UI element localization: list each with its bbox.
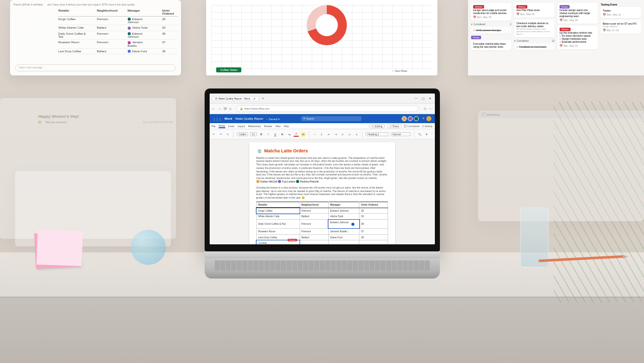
redo-icon[interactable]: ↷ — [218, 132, 223, 137]
autocomplete-flag[interactable]: Retailer — [288, 239, 298, 241]
font-name-select[interactable]: Calibri — [237, 132, 248, 136]
tab-file[interactable]: File — [212, 125, 216, 128]
strike-icon[interactable]: S — [280, 132, 285, 137]
align-center-icon[interactable]: ≡ — [347, 132, 352, 137]
outdent-icon[interactable]: ⇤ — [326, 132, 331, 137]
numbering-icon[interactable]: 1. — [319, 132, 324, 137]
paragraph-1: Matcha is made from shade-grown tea leav… — [256, 156, 388, 184]
floating-spreadsheet-panel: Coffee Sales ＋ New Sheet — [206, 0, 437, 75]
mic-icon[interactable]: 🎤 — [421, 117, 424, 121]
align-left-icon[interactable]: ≡ — [340, 132, 345, 137]
laptop: W Water Quality Report - Word… ✕ ＋ — ▢ ✕… — [205, 88, 440, 279]
nav-home-icon[interactable]: ⌂ — [229, 107, 232, 111]
close-tab-icon[interactable]: ✕ — [253, 97, 255, 100]
window-maximize-icon[interactable]: ▢ — [422, 97, 426, 101]
tab-references[interactable]: References — [248, 125, 261, 128]
editing-mode-button[interactable]: ✎ Editing — [369, 124, 385, 128]
activity-button[interactable]: ⏱ Activity — [422, 125, 433, 128]
table-row[interactable]: Kings CoffeeFremontEdward Johnson20 — [256, 208, 388, 214]
faded-teams-panel: 💬 Marketing — [478, 111, 644, 221]
presence-avatars[interactable] — [402, 116, 419, 121]
share-button[interactable]: ↗ Share — [387, 124, 402, 128]
tab-title: Water Quality Report - Word… — [218, 97, 252, 100]
word-title-bar: ⋮⋮⋮ Word Water Quality Report – Saved ▾ … — [210, 114, 435, 123]
table-row[interactable]: Roasters RoomFremontJamaris Botello57 — [256, 228, 388, 234]
subscript-icon[interactable]: x₂ — [287, 132, 292, 137]
paragraph-2: Grinding the leaves is a slow process, b… — [256, 186, 388, 200]
window-minimize-icon[interactable]: — — [415, 97, 419, 101]
favorites-icon[interactable]: ☆ — [423, 107, 427, 111]
title-emoji-icon: 🍵 — [256, 147, 262, 154]
undo-icon[interactable]: ↶ — [212, 132, 217, 137]
indent-icon[interactable]: ⇥ — [333, 132, 338, 137]
bold-icon[interactable]: B — [259, 132, 264, 137]
floating-planner-panel: WebsiteDesign about page and social medi… — [468, 0, 644, 75]
ribbon-toolbar: ↶ ↷ ✎ Calibri 11 B I U S x₂ A ab • 1. ⇤ … — [210, 129, 435, 139]
waffle-icon[interactable]: ⋮⋮⋮ — [213, 117, 222, 121]
heading-style-select[interactable]: Heading 1 — [365, 132, 389, 136]
table-row[interactable]: Last Drop CoffeeBallardDiane Ford39 — [256, 234, 388, 240]
app-name: Word — [225, 117, 232, 120]
para-style-select[interactable]: Normal — [391, 132, 411, 136]
sticky-notes — [34, 231, 81, 269]
new-tab-button[interactable]: ＋ — [261, 96, 265, 101]
tab-insert[interactable]: Insert — [228, 125, 235, 128]
nav-forward-icon[interactable]: → — [218, 107, 222, 111]
col-neighborhood: Neighborhood — [97, 9, 118, 15]
format-painter-icon[interactable]: ✎ — [225, 132, 230, 137]
sheet-tab: Coffee Sales — [216, 67, 241, 72]
tab-help[interactable]: Help — [284, 125, 289, 128]
tab-layout[interactable]: Layout — [237, 125, 245, 128]
account-avatar[interactable] — [426, 116, 431, 121]
tab-review[interactable]: Review — [264, 125, 272, 128]
document-canvas[interactable]: 🍵 Matcha Latte Orders Matcha is made fro… — [210, 139, 435, 244]
th-manager: Manager — [328, 202, 359, 208]
font-size-select[interactable]: 11 — [250, 132, 257, 136]
search-box[interactable]: 🔍 Search — [301, 116, 361, 121]
document-page: 🍵 Matcha Latte Orders Matcha is made fro… — [249, 142, 395, 244]
document-title[interactable]: Water Quality Report — [235, 117, 263, 120]
col-units: Units Ordered — [162, 9, 178, 15]
col-retailer: Retailer — [58, 9, 87, 15]
nav-reload-icon[interactable]: ⟳ — [224, 107, 227, 111]
col-manager: Manager — [128, 9, 152, 15]
orders-table[interactable]: Retailer Neighborhood Manager Units Orde… — [256, 202, 388, 244]
th-retailer: Retailer — [256, 202, 300, 208]
nav-back-icon[interactable]: ← — [212, 107, 216, 111]
bullets-icon[interactable]: • — [312, 132, 317, 137]
browser-tab[interactable]: W Water Quality Report - Word… ✕ — [212, 96, 259, 101]
highlight-icon[interactable]: ab — [301, 132, 306, 137]
italic-icon[interactable]: I — [266, 132, 271, 137]
dictate-icon[interactable]: 🎙 — [424, 132, 429, 137]
ribbon-tabs: File Home Insert Layout References Revie… — [210, 123, 435, 129]
tab-home[interactable]: Home — [219, 124, 225, 128]
find-icon[interactable]: 🔍 — [417, 132, 422, 137]
browser-tab-strip: W Water Quality Report - Word… ✕ ＋ — ▢ ✕ — [210, 94, 435, 104]
glass-ball — [131, 230, 166, 265]
window-close-icon[interactable]: ✕ — [429, 97, 433, 101]
align-right-icon[interactable]: ≡ — [354, 132, 359, 137]
font-color-icon[interactable]: A — [294, 132, 299, 137]
th-units: Units Ordered — [359, 202, 388, 208]
address-bar[interactable]: 🔒https://www.office.com — [236, 105, 418, 112]
tab-view[interactable]: View — [275, 125, 281, 128]
table-row[interactable]: White Atlantic CafeBallardAlisha Todd53 — [256, 214, 388, 220]
menu-icon[interactable]: ⋯ — [429, 107, 433, 111]
comments-button[interactable]: 💬 Comments — [404, 125, 420, 128]
table-row[interactable]: Daily Grind Coffee & TeaFremontEdward Jo… — [256, 220, 388, 229]
document-heading: 🍵 Matcha Latte Orders — [256, 147, 388, 154]
th-neighborhood: Neighborhood — [300, 202, 328, 208]
water-glass — [520, 207, 548, 267]
underline-icon[interactable]: U — [273, 132, 278, 137]
donut-chart — [307, 5, 347, 45]
floating-excel-table-panel: Thanks @Pola! It definitely don't have d… — [10, 0, 181, 75]
ribbon-collapse-icon[interactable]: ˅ — [431, 133, 433, 136]
